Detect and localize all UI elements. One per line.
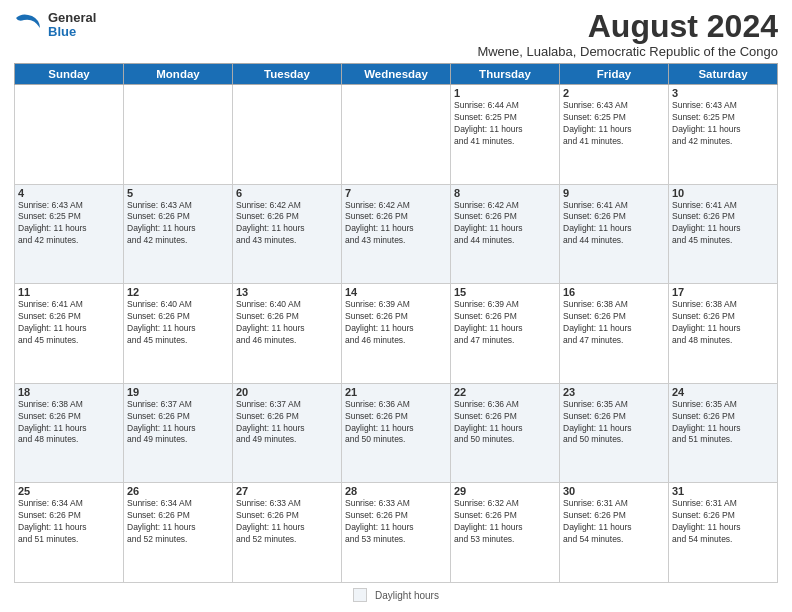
day-cell: 24Sunrise: 6:35 AM Sunset: 6:26 PM Dayli… [669, 383, 778, 483]
day-info: Sunrise: 6:38 AM Sunset: 6:26 PM Dayligh… [672, 299, 774, 347]
day-cell: 8Sunrise: 6:42 AM Sunset: 6:26 PM Daylig… [451, 184, 560, 284]
day-cell [124, 85, 233, 185]
day-number: 17 [672, 286, 774, 298]
logo-text: General Blue [48, 11, 96, 40]
day-info: Sunrise: 6:41 AM Sunset: 6:26 PM Dayligh… [18, 299, 120, 347]
day-number: 4 [18, 187, 120, 199]
day-cell: 10Sunrise: 6:41 AM Sunset: 6:26 PM Dayli… [669, 184, 778, 284]
day-info: Sunrise: 6:42 AM Sunset: 6:26 PM Dayligh… [236, 200, 338, 248]
day-cell: 21Sunrise: 6:36 AM Sunset: 6:26 PM Dayli… [342, 383, 451, 483]
day-cell: 3Sunrise: 6:43 AM Sunset: 6:25 PM Daylig… [669, 85, 778, 185]
day-number: 30 [563, 485, 665, 497]
day-number: 2 [563, 87, 665, 99]
day-info: Sunrise: 6:35 AM Sunset: 6:26 PM Dayligh… [563, 399, 665, 447]
col-header-friday: Friday [560, 64, 669, 85]
day-number: 27 [236, 485, 338, 497]
col-header-wednesday: Wednesday [342, 64, 451, 85]
day-info: Sunrise: 6:36 AM Sunset: 6:26 PM Dayligh… [454, 399, 556, 447]
col-header-tuesday: Tuesday [233, 64, 342, 85]
day-number: 15 [454, 286, 556, 298]
day-number: 18 [18, 386, 120, 398]
day-info: Sunrise: 6:36 AM Sunset: 6:26 PM Dayligh… [345, 399, 447, 447]
day-cell: 19Sunrise: 6:37 AM Sunset: 6:26 PM Dayli… [124, 383, 233, 483]
logo-icon [14, 10, 44, 40]
day-cell: 31Sunrise: 6:31 AM Sunset: 6:26 PM Dayli… [669, 483, 778, 583]
day-info: Sunrise: 6:43 AM Sunset: 6:25 PM Dayligh… [18, 200, 120, 248]
day-info: Sunrise: 6:40 AM Sunset: 6:26 PM Dayligh… [127, 299, 229, 347]
day-cell: 20Sunrise: 6:37 AM Sunset: 6:26 PM Dayli… [233, 383, 342, 483]
day-info: Sunrise: 6:31 AM Sunset: 6:26 PM Dayligh… [563, 498, 665, 546]
header-row: SundayMondayTuesdayWednesdayThursdayFrid… [15, 64, 778, 85]
day-info: Sunrise: 6:41 AM Sunset: 6:26 PM Dayligh… [672, 200, 774, 248]
page: General Blue August 2024 Mwene, Lualaba,… [0, 0, 792, 612]
day-number: 22 [454, 386, 556, 398]
day-info: Sunrise: 6:40 AM Sunset: 6:26 PM Dayligh… [236, 299, 338, 347]
day-number: 11 [18, 286, 120, 298]
day-info: Sunrise: 6:41 AM Sunset: 6:26 PM Dayligh… [563, 200, 665, 248]
day-cell: 29Sunrise: 6:32 AM Sunset: 6:26 PM Dayli… [451, 483, 560, 583]
day-info: Sunrise: 6:37 AM Sunset: 6:26 PM Dayligh… [236, 399, 338, 447]
calendar-table: SundayMondayTuesdayWednesdayThursdayFrid… [14, 63, 778, 583]
week-row-2: 4Sunrise: 6:43 AM Sunset: 6:25 PM Daylig… [15, 184, 778, 284]
day-cell: 4Sunrise: 6:43 AM Sunset: 6:25 PM Daylig… [15, 184, 124, 284]
logo-blue: Blue [48, 25, 96, 39]
day-info: Sunrise: 6:44 AM Sunset: 6:25 PM Dayligh… [454, 100, 556, 148]
day-info: Sunrise: 6:43 AM Sunset: 6:26 PM Dayligh… [127, 200, 229, 248]
day-info: Sunrise: 6:31 AM Sunset: 6:26 PM Dayligh… [672, 498, 774, 546]
day-number: 31 [672, 485, 774, 497]
day-number: 20 [236, 386, 338, 398]
day-number: 26 [127, 485, 229, 497]
day-number: 19 [127, 386, 229, 398]
day-cell: 12Sunrise: 6:40 AM Sunset: 6:26 PM Dayli… [124, 284, 233, 384]
day-cell: 2Sunrise: 6:43 AM Sunset: 6:25 PM Daylig… [560, 85, 669, 185]
day-cell: 9Sunrise: 6:41 AM Sunset: 6:26 PM Daylig… [560, 184, 669, 284]
day-cell: 18Sunrise: 6:38 AM Sunset: 6:26 PM Dayli… [15, 383, 124, 483]
day-number: 14 [345, 286, 447, 298]
day-cell: 17Sunrise: 6:38 AM Sunset: 6:26 PM Dayli… [669, 284, 778, 384]
day-info: Sunrise: 6:33 AM Sunset: 6:26 PM Dayligh… [236, 498, 338, 546]
day-cell [233, 85, 342, 185]
day-info: Sunrise: 6:35 AM Sunset: 6:26 PM Dayligh… [672, 399, 774, 447]
day-number: 1 [454, 87, 556, 99]
day-cell: 23Sunrise: 6:35 AM Sunset: 6:26 PM Dayli… [560, 383, 669, 483]
legend-box [353, 588, 367, 602]
day-cell: 28Sunrise: 6:33 AM Sunset: 6:26 PM Dayli… [342, 483, 451, 583]
day-info: Sunrise: 6:38 AM Sunset: 6:26 PM Dayligh… [18, 399, 120, 447]
col-header-saturday: Saturday [669, 64, 778, 85]
day-number: 6 [236, 187, 338, 199]
title-section: August 2024 Mwene, Lualaba, Democratic R… [477, 10, 778, 59]
day-cell [342, 85, 451, 185]
day-cell: 25Sunrise: 6:34 AM Sunset: 6:26 PM Dayli… [15, 483, 124, 583]
day-info: Sunrise: 6:43 AM Sunset: 6:25 PM Dayligh… [672, 100, 774, 148]
day-info: Sunrise: 6:39 AM Sunset: 6:26 PM Dayligh… [454, 299, 556, 347]
day-info: Sunrise: 6:34 AM Sunset: 6:26 PM Dayligh… [18, 498, 120, 546]
legend: Daylight hours [14, 588, 778, 602]
day-number: 3 [672, 87, 774, 99]
day-cell [15, 85, 124, 185]
logo-general: General [48, 11, 96, 25]
col-header-monday: Monday [124, 64, 233, 85]
day-info: Sunrise: 6:43 AM Sunset: 6:25 PM Dayligh… [563, 100, 665, 148]
week-row-3: 11Sunrise: 6:41 AM Sunset: 6:26 PM Dayli… [15, 284, 778, 384]
subtitle: Mwene, Lualaba, Democratic Republic of t… [477, 44, 778, 59]
day-cell: 22Sunrise: 6:36 AM Sunset: 6:26 PM Dayli… [451, 383, 560, 483]
day-cell: 27Sunrise: 6:33 AM Sunset: 6:26 PM Dayli… [233, 483, 342, 583]
day-number: 5 [127, 187, 229, 199]
day-info: Sunrise: 6:39 AM Sunset: 6:26 PM Dayligh… [345, 299, 447, 347]
day-cell: 5Sunrise: 6:43 AM Sunset: 6:26 PM Daylig… [124, 184, 233, 284]
day-number: 16 [563, 286, 665, 298]
main-title: August 2024 [477, 10, 778, 42]
day-number: 12 [127, 286, 229, 298]
week-row-1: 1Sunrise: 6:44 AM Sunset: 6:25 PM Daylig… [15, 85, 778, 185]
day-number: 7 [345, 187, 447, 199]
col-header-sunday: Sunday [15, 64, 124, 85]
day-number: 9 [563, 187, 665, 199]
day-cell: 1Sunrise: 6:44 AM Sunset: 6:25 PM Daylig… [451, 85, 560, 185]
header: General Blue August 2024 Mwene, Lualaba,… [14, 10, 778, 59]
day-info: Sunrise: 6:34 AM Sunset: 6:26 PM Dayligh… [127, 498, 229, 546]
day-info: Sunrise: 6:33 AM Sunset: 6:26 PM Dayligh… [345, 498, 447, 546]
legend-label: Daylight hours [375, 590, 439, 601]
day-cell: 14Sunrise: 6:39 AM Sunset: 6:26 PM Dayli… [342, 284, 451, 384]
day-cell: 26Sunrise: 6:34 AM Sunset: 6:26 PM Dayli… [124, 483, 233, 583]
logo: General Blue [14, 10, 96, 40]
